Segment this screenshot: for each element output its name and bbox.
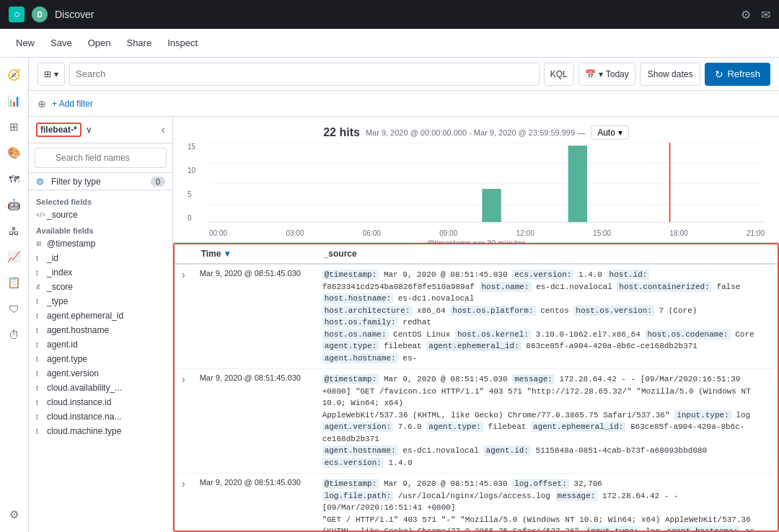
filter-icon2: ⊜ — [36, 176, 44, 187]
selected-fields-title: Selected fields — [29, 193, 172, 208]
refresh-icon: ↻ — [715, 68, 723, 80]
field-type-ci: t — [36, 399, 43, 407]
chevron-down-icon3: ∨ — [86, 125, 92, 135]
table-row: › Mar 9, 2020 @ 08:51:45.030 @timestamp:… — [175, 264, 778, 369]
expand-row-2[interactable]: › — [182, 373, 185, 385]
table-row: › Mar 9, 2020 @ 08:51:45.030 @timestamp:… — [175, 369, 778, 474]
sidebar-discover[interactable]: 🧭 — [3, 63, 26, 87]
search-type-button[interactable]: ⊞ ▾ — [38, 63, 65, 86]
chevron-down-icon: ▾ — [54, 69, 58, 79]
field-score[interactable]: # _score — [29, 280, 172, 294]
nav-inspect[interactable]: Inspect — [160, 33, 205, 53]
time-col-header[interactable]: Time ▾ — [193, 244, 315, 264]
nav-share[interactable]: Share — [119, 33, 159, 53]
chevron-down-icon2: ▾ — [599, 69, 603, 79]
field-type[interactable]: t _type — [29, 294, 172, 309]
field-cloud-avail[interactable]: t cloud.availability_... — [29, 381, 172, 395]
field-index[interactable]: t _index — [29, 265, 172, 280]
field-cloud-machine[interactable]: t cloud.machine.type — [29, 424, 172, 438]
search-fields-container: 🔍 — [29, 143, 172, 173]
results-table: Time ▾ _source › Mar 9, 2020 @ 08:51:45.… — [175, 244, 778, 532]
sidebar-ml[interactable]: 🤖 — [3, 193, 26, 216]
navbar: New Save Open Share Inspect — [0, 29, 779, 58]
table-icon: ⊞ — [44, 69, 51, 79]
field-agent-hostname[interactable]: t agent.hostname — [29, 323, 172, 337]
field-name-ah: agent.hostname — [47, 325, 109, 335]
field-timestamp[interactable]: ⊞ @timestamp — [29, 236, 172, 251]
field-agent-type[interactable]: t agent.type — [29, 352, 172, 366]
chart-area: 15 10 5 0 — [188, 143, 765, 236]
workspace-avatar[interactable]: D — [32, 6, 48, 22]
sidebar-apm[interactable]: 📈 — [3, 245, 26, 268]
histogram: 22 hits Mar 9, 2020 @ 00:00:00.000 - Mar… — [173, 117, 779, 243]
field-agent-id[interactable]: t agent.id — [29, 337, 172, 352]
time-picker-button[interactable]: 📅 ▾ Today — [578, 63, 635, 86]
sidebar-settings[interactable]: ⚙ — [3, 503, 26, 526]
mail-icon[interactable]: ✉ — [761, 8, 770, 22]
field-type-source: </> — [36, 211, 43, 218]
sidebar-maps[interactable]: 🗺 — [3, 167, 26, 190]
field-name-score: _score — [47, 282, 73, 292]
field-id[interactable]: t _id — [29, 251, 172, 265]
field-name-cn: cloud.instance.na... — [47, 412, 121, 422]
histogram-chart — [209, 143, 765, 226]
field-name-cm: cloud.machine.type — [47, 426, 121, 436]
sidebar-dashboard[interactable]: ⊞ — [3, 115, 26, 138]
collapse-panel-button[interactable]: ‹ — [162, 123, 165, 136]
expand-row-1[interactable]: › — [182, 269, 185, 280]
sidebar-logs[interactable]: 📋 — [3, 271, 26, 294]
field-agent-version[interactable]: t agent.version — [29, 366, 172, 381]
field-type-ae: t — [36, 312, 43, 320]
field-type-score: # — [36, 283, 43, 291]
add-filter-button[interactable]: + Add filter — [52, 99, 93, 109]
sidebar-visualize[interactable]: 📊 — [3, 89, 26, 112]
filter-by-type-row[interactable]: ⊜ Filter by type 0 — [29, 173, 172, 190]
field-type-agid: t — [36, 341, 43, 349]
index-selector[interactable]: filebeat-* ∨ ‹ — [29, 117, 172, 143]
source-col-header: _source — [315, 244, 778, 264]
time-cell-2: Mar 9, 2020 @ 08:51:45.030 — [193, 369, 315, 474]
chevron-down-icon4: ▾ — [618, 128, 622, 138]
sidebar-canvas[interactable]: 🎨 — [3, 141, 26, 164]
kql-button[interactable]: KQL — [544, 63, 574, 86]
field-source[interactable]: </> _source — [29, 208, 172, 222]
field-name-ci: cloud.instance.id — [47, 397, 111, 407]
nav-save[interactable]: Save — [43, 33, 79, 53]
field-type-ca: t — [36, 384, 43, 392]
app-logo[interactable]: ⬡ — [9, 6, 25, 22]
sidebar-siem[interactable]: 🛡 — [3, 297, 26, 320]
field-type-ah: t — [36, 327, 43, 334]
refresh-button[interactable]: ↻ Refresh — [705, 63, 770, 86]
field-type-av: t — [36, 370, 43, 378]
time-range: Mar 9, 2020 @ 00:00:00.000 - Mar 9, 2020… — [366, 128, 585, 137]
interval-selector[interactable]: Auto ▾ — [591, 125, 629, 140]
sidebar-uptime[interactable]: ⏱ — [3, 323, 26, 346]
sidebar-infrastructure[interactable]: 🖧 — [3, 219, 26, 242]
expand-row-3[interactable]: › — [182, 478, 185, 489]
field-cloud-instance-name[interactable]: t cloud.instance.na... — [29, 409, 172, 424]
chart-y-axis: 15 10 5 0 — [188, 143, 206, 222]
svg-rect-7 — [482, 189, 501, 222]
show-dates-button[interactable]: Show dates — [640, 63, 701, 86]
refresh-label: Refresh — [727, 68, 760, 79]
field-name-agid: agent.id — [47, 340, 78, 350]
source-cell-3: @timestamp: Mar 9, 2020 @ 08:51:45.030 l… — [315, 474, 778, 533]
search-fields-input[interactable] — [35, 148, 167, 168]
sort-arrow: ▾ — [225, 249, 229, 259]
search-input[interactable] — [69, 63, 540, 86]
nav-open[interactable]: Open — [81, 33, 118, 53]
toolbar: ⊞ ▾ KQL 📅 ▾ Today Show dates ↻ Refresh — [0, 58, 779, 91]
field-agent-ephem[interactable]: t agent.ephemeral_id — [29, 309, 172, 323]
filter-type-badge: 0 — [151, 177, 165, 187]
field-type-cm: t — [36, 427, 43, 435]
field-type-index: t — [36, 269, 43, 277]
field-name-index: _index — [47, 267, 72, 278]
field-type-ts: ⊞ — [36, 240, 43, 247]
field-name-id: _id — [47, 253, 58, 263]
time-cell-3: Mar 9, 2020 @ 08:51:45.030 — [193, 474, 315, 533]
field-cloud-instance-id[interactable]: t cloud.instance.id — [29, 395, 172, 409]
time-value: Today — [606, 69, 629, 79]
table-row: › Mar 9, 2020 @ 08:51:45.030 @timestamp:… — [175, 474, 778, 533]
settings-icon[interactable]: ⚙ — [741, 8, 751, 22]
nav-new[interactable]: New — [9, 33, 42, 53]
